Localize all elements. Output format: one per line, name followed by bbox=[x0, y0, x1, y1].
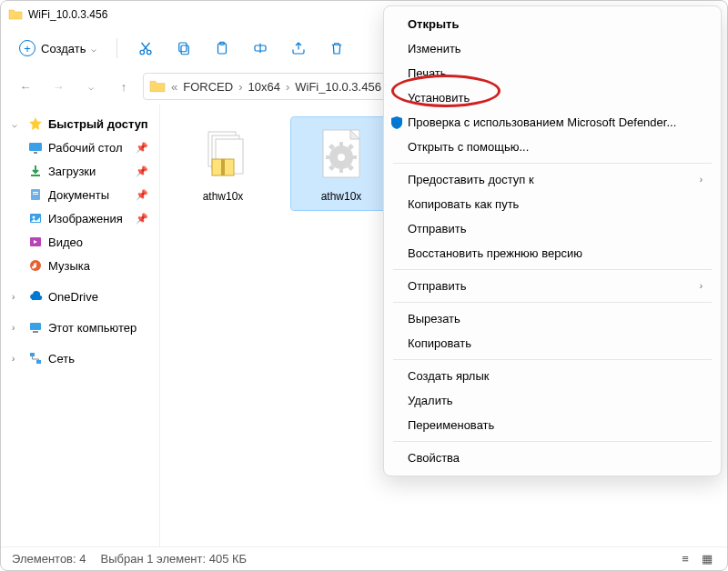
details-view-button[interactable]: ≡ bbox=[676, 552, 694, 566]
computer-icon bbox=[28, 320, 43, 335]
sidebar-video[interactable]: Видео bbox=[21, 230, 156, 254]
svg-point-1 bbox=[147, 50, 152, 55]
cm-print[interactable]: Печать bbox=[384, 61, 721, 85]
cm-restore[interactable]: Восстановить прежнюю версию bbox=[384, 241, 721, 265]
sidebar-pictures[interactable]: Изображения 📌 bbox=[21, 206, 156, 230]
cm-copy-path[interactable]: Копировать как путь bbox=[384, 192, 721, 216]
recent-button[interactable]: ⌵ bbox=[77, 73, 105, 100]
cm-open[interactable]: Открыть bbox=[384, 12, 721, 36]
file-name: athw10x bbox=[321, 190, 362, 203]
create-label: Создать bbox=[41, 42, 86, 55]
svg-rect-31 bbox=[326, 155, 331, 159]
chevron-right-icon: › bbox=[237, 80, 244, 94]
copy-button[interactable] bbox=[168, 33, 199, 64]
cm-share[interactable]: Отправить bbox=[384, 216, 721, 241]
document-icon bbox=[28, 187, 43, 202]
up-button[interactable]: ↑ bbox=[110, 73, 137, 100]
cm-defender[interactable]: Проверка с использованием Microsoft Defe… bbox=[384, 110, 721, 135]
separator bbox=[393, 163, 712, 164]
sidebar-downloads[interactable]: Загрузки 📌 bbox=[21, 159, 156, 183]
svg-rect-8 bbox=[34, 152, 37, 154]
cm-rename[interactable]: Переименовать bbox=[384, 413, 721, 437]
sidebar-item-label: Загрузки bbox=[48, 165, 130, 178]
folder-icon bbox=[149, 78, 166, 95]
download-icon bbox=[28, 164, 43, 178]
svg-point-14 bbox=[33, 216, 35, 219]
svg-rect-32 bbox=[351, 155, 357, 159]
sidebar-documents[interactable]: Документы 📌 bbox=[21, 183, 156, 206]
sidebar-item-label: Изображения bbox=[48, 212, 130, 225]
chevron-right-icon: › bbox=[12, 323, 23, 333]
share-button[interactable] bbox=[283, 33, 314, 64]
cm-send-to[interactable]: Отправить› bbox=[384, 274, 721, 298]
cm-install[interactable]: Установить bbox=[384, 85, 721, 110]
cab-file-icon bbox=[194, 125, 252, 183]
window-title: WiFi_10.0.3.456 bbox=[28, 8, 107, 21]
sidebar-item-label: Документы bbox=[48, 188, 130, 202]
cm-shortcut[interactable]: Создать ярлык bbox=[384, 364, 721, 388]
sidebar-onedrive[interactable]: › OneDrive bbox=[5, 285, 156, 308]
svg-rect-9 bbox=[31, 175, 40, 176]
sidebar-item-label: Быстрый доступ bbox=[48, 117, 148, 131]
cm-open-with[interactable]: Открыть с помощью... bbox=[384, 135, 721, 159]
file-item[interactable]: athw10x bbox=[291, 117, 391, 210]
forward-button[interactable]: → bbox=[45, 73, 72, 100]
sidebar-item-label: Сеть bbox=[48, 352, 148, 366]
folder-icon bbox=[8, 7, 23, 22]
cm-copy[interactable]: Копировать bbox=[384, 331, 721, 356]
pin-icon: 📌 bbox=[136, 189, 148, 201]
sidebar-network[interactable]: › Сеть bbox=[5, 346, 156, 370]
svg-rect-17 bbox=[30, 323, 41, 330]
svg-rect-18 bbox=[33, 331, 38, 333]
svg-rect-7 bbox=[29, 143, 42, 151]
status-count: Элементов: 4 bbox=[12, 552, 86, 566]
cm-delete[interactable]: Удалить bbox=[384, 388, 721, 413]
sidebar-quick-access[interactable]: ⌵ Быстрый доступ bbox=[5, 112, 156, 135]
pin-icon: 📌 bbox=[136, 165, 148, 177]
svg-rect-11 bbox=[33, 192, 38, 193]
separator bbox=[393, 269, 712, 270]
chevron-right-icon: › bbox=[700, 175, 703, 185]
back-button[interactable]: ← bbox=[12, 73, 39, 100]
status-selection: Выбран 1 элемент: 405 КБ bbox=[100, 552, 247, 566]
crumb[interactable]: FORCED bbox=[179, 80, 237, 94]
paste-button[interactable] bbox=[207, 33, 238, 64]
context-menu: Открыть Изменить Печать Установить Прове… bbox=[383, 5, 722, 476]
rename-button[interactable] bbox=[245, 33, 276, 64]
crumb[interactable]: WiFi_10.0.3.456 bbox=[291, 80, 385, 94]
sidebar-music[interactable]: Музыка bbox=[21, 254, 156, 277]
large-icons-button[interactable]: ▦ bbox=[698, 552, 716, 566]
crumb-prefix: « bbox=[169, 80, 179, 94]
chevron-down-icon: ⌵ bbox=[12, 119, 23, 129]
sidebar-item-label: Рабочий стол bbox=[48, 141, 130, 155]
file-name: athw10x bbox=[203, 190, 244, 203]
music-icon bbox=[28, 258, 43, 273]
cm-edit[interactable]: Изменить bbox=[384, 36, 721, 61]
breadcrumb[interactable]: « FORCED › 10x64 › WiFi_10.0.3.456 bbox=[143, 73, 391, 100]
crumb[interactable]: 10x64 bbox=[244, 80, 283, 94]
svg-point-0 bbox=[140, 50, 145, 55]
svg-rect-25 bbox=[221, 159, 225, 175]
cut-button[interactable] bbox=[130, 33, 161, 64]
sidebar-desktop[interactable]: Рабочий стол 📌 bbox=[21, 135, 156, 159]
delete-button[interactable] bbox=[321, 33, 352, 64]
chevron-right-icon: › bbox=[284, 80, 291, 94]
separator bbox=[393, 302, 712, 303]
sidebar-thispc[interactable]: › Этот компьютер bbox=[5, 316, 156, 339]
separator bbox=[393, 359, 712, 360]
svg-rect-19 bbox=[30, 353, 35, 356]
sidebar-item-label: Этот компьютер bbox=[48, 321, 148, 335]
chevron-down-icon: ⌵ bbox=[91, 44, 96, 54]
separator bbox=[116, 38, 117, 58]
cloud-icon bbox=[28, 289, 43, 304]
create-button[interactable]: + Создать ⌵ bbox=[12, 36, 104, 60]
cm-properties[interactable]: Свойства bbox=[384, 446, 721, 470]
svg-point-28 bbox=[338, 154, 345, 161]
shield-icon bbox=[389, 115, 404, 130]
cm-cut[interactable]: Вырезать bbox=[384, 306, 721, 331]
cm-share-access[interactable]: Предоставить доступ к› bbox=[384, 167, 721, 192]
view-toggle: ≡ ▦ bbox=[676, 552, 716, 566]
status-bar: Элементов: 4 Выбран 1 элемент: 405 КБ ≡ … bbox=[1, 546, 727, 570]
file-item[interactable]: athw10x bbox=[173, 117, 273, 210]
svg-rect-3 bbox=[179, 43, 187, 52]
